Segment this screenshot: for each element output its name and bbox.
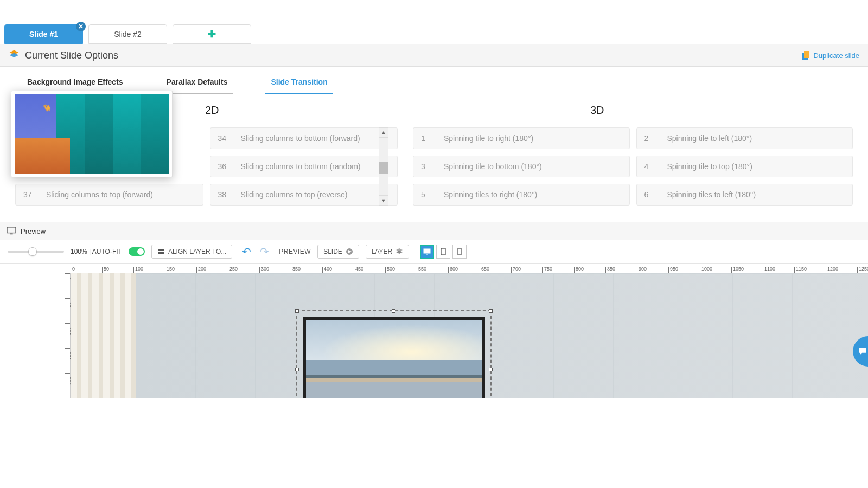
redo-icon[interactable]: ↷ <box>260 245 269 258</box>
transitions-3d-list: 1Spinning tile to right (180°) 2Spinning… <box>413 127 853 206</box>
resize-handle[interactable] <box>489 309 493 313</box>
transition-label: Spinning tile to top (180°) <box>667 162 752 171</box>
transition-label: Spinning tile to bottom (180°) <box>444 162 542 171</box>
undo-icon[interactable]: ↶ <box>242 245 251 258</box>
resize-handle[interactable] <box>295 309 299 313</box>
chat-icon <box>858 346 867 356</box>
close-icon[interactable]: ✕ <box>76 22 86 31</box>
zoom-label: 100% | AUTO-FIT <box>71 248 122 255</box>
resize-handle[interactable] <box>392 309 395 313</box>
transition-item[interactable]: 1Spinning tile to right (180°) <box>413 127 630 149</box>
svg-rect-6 <box>158 249 161 251</box>
transition-number: 36 <box>218 162 228 171</box>
preview-slide-button[interactable]: SLIDE <box>317 245 359 259</box>
duplicate-slide-button[interactable]: Duplicate slide <box>801 50 859 60</box>
heading-2d: 2D <box>205 104 411 117</box>
slide-tabs: Slide #1 ✕ Slide #2 ✚ <box>0 24 868 44</box>
layers-small-icon <box>395 248 403 255</box>
svg-rect-4 <box>7 227 16 233</box>
slide-tab-1-label: Slide #1 <box>29 30 58 38</box>
duplicate-label: Duplicate slide <box>813 52 859 60</box>
transition-preview-tooltip: 🐪 <box>11 91 173 177</box>
resize-handle[interactable] <box>489 368 493 371</box>
tab-slide-transition[interactable]: Slide Transition <box>265 73 333 94</box>
transition-label: Sliding columns to top (reverse) <box>241 190 348 199</box>
scroll-thumb[interactable] <box>379 162 388 174</box>
preview-section: Preview 100% | AUTO-FIT ALIGN LAYER TO..… <box>0 222 868 398</box>
transition-item[interactable]: 2Spinning tile to left (180°) <box>636 127 853 149</box>
transition-number: 5 <box>421 190 431 199</box>
transition-item[interactable]: 4Spinning tile to top (180°) <box>636 156 853 177</box>
mobile-icon <box>456 248 463 255</box>
transition-number: 34 <box>218 134 228 143</box>
play-icon <box>346 248 353 255</box>
transition-preview-image: 🐪 <box>15 94 169 174</box>
autofit-toggle[interactable] <box>129 247 145 256</box>
transition-number: 1 <box>421 134 431 143</box>
align-label: ALIGN LAYER TO... <box>168 248 226 255</box>
transition-label: Sliding columns to bottom (forward) <box>241 134 360 143</box>
transition-label: Spinning tiles to left (180°) <box>667 190 756 199</box>
svg-rect-8 <box>158 252 164 254</box>
scroll-up-icon[interactable]: ▲ <box>379 127 388 137</box>
preview-toolbar: 100% | AUTO-FIT ALIGN LAYER TO... ↶ ↷ PR… <box>0 240 868 264</box>
preview-header: Preview <box>0 222 868 240</box>
canvas[interactable] <box>71 273 868 398</box>
transition-label: Spinning tile to right (180°) <box>444 134 533 143</box>
transition-item[interactable]: 3Spinning tile to bottom (180°) <box>413 156 630 177</box>
align-icon <box>157 248 165 255</box>
transition-item[interactable]: 6Spinning tiles to left (180°) <box>636 184 853 206</box>
device-tablet-button[interactable] <box>436 245 450 259</box>
zoom-slider[interactable] <box>8 251 64 253</box>
svg-rect-14 <box>426 254 428 255</box>
slide-tab-1[interactable]: Slide #1 ✕ <box>4 24 83 44</box>
transition-number: 3 <box>421 162 431 171</box>
transition-item[interactable]: 5Spinning tiles to right (180°) <box>413 184 630 206</box>
layers-icon <box>9 49 20 62</box>
transition-item[interactable]: 37Sliding columns to top (forward) <box>15 184 203 206</box>
device-desktop-button[interactable] <box>420 245 434 259</box>
plus-icon: ✚ <box>208 28 216 40</box>
scroll-track[interactable] <box>379 137 388 196</box>
resize-handle[interactable] <box>295 368 299 371</box>
transition-item[interactable]: 34Sliding columns to bottom (forward) <box>210 127 398 149</box>
align-layer-button[interactable]: ALIGN LAYER TO... <box>151 245 232 259</box>
add-slide-button[interactable]: ✚ <box>173 24 251 44</box>
tablet-icon <box>439 248 447 255</box>
ruler-horizontal: 0501001502002503003504004505005506006507… <box>71 264 857 273</box>
heading-3d: 3D <box>590 104 853 117</box>
transition-number: 37 <box>23 190 33 199</box>
transition-label: Spinning tiles to right (180°) <box>444 190 537 199</box>
canvas-curtain <box>71 273 136 398</box>
slide-tab-2[interactable]: Slide #2 <box>88 24 167 44</box>
ruler-vertical: 050100150200 <box>61 273 71 398</box>
transition-label: Spinning tile to left (180°) <box>667 134 752 143</box>
svg-rect-7 <box>161 249 164 251</box>
device-mobile-button[interactable] <box>452 245 467 259</box>
duplicate-icon <box>801 50 810 60</box>
layer-btn-label: LAYER <box>372 248 392 255</box>
preview-layer-button[interactable]: LAYER <box>366 245 409 259</box>
svg-marker-12 <box>396 251 403 254</box>
device-buttons <box>420 245 467 259</box>
monitor-icon <box>7 227 16 235</box>
transition-panel: 2D 3D 33 34Sliding columns to bottom (fo… <box>0 94 868 222</box>
transition-label: Sliding columns to top (forward) <box>46 190 153 199</box>
transition-number: 6 <box>644 190 654 199</box>
svg-rect-13 <box>424 249 430 253</box>
layer-content <box>303 317 485 398</box>
selected-layer[interactable] <box>296 310 492 398</box>
svg-rect-15 <box>441 248 445 255</box>
slide-tab-2-label: Slide #2 <box>114 30 142 38</box>
options-bar: Current Slide Options Duplicate slide <box>0 44 868 67</box>
transitions-2d-scrollbar[interactable]: ▲ ▼ <box>379 127 388 206</box>
zoom-slider-handle[interactable] <box>28 247 37 256</box>
transition-number: 4 <box>644 162 654 171</box>
transition-item[interactable]: 38Sliding columns to top (reverse) <box>210 184 398 206</box>
svg-marker-1 <box>10 53 19 57</box>
svg-rect-16 <box>458 248 461 255</box>
svg-rect-3 <box>804 51 809 58</box>
scroll-down-icon[interactable]: ▼ <box>379 196 388 206</box>
transition-item[interactable]: 36Sliding columns to bottom (random) <box>210 156 398 177</box>
canvas-wrap: 0501001502002503003504004505005506006507… <box>0 264 868 398</box>
